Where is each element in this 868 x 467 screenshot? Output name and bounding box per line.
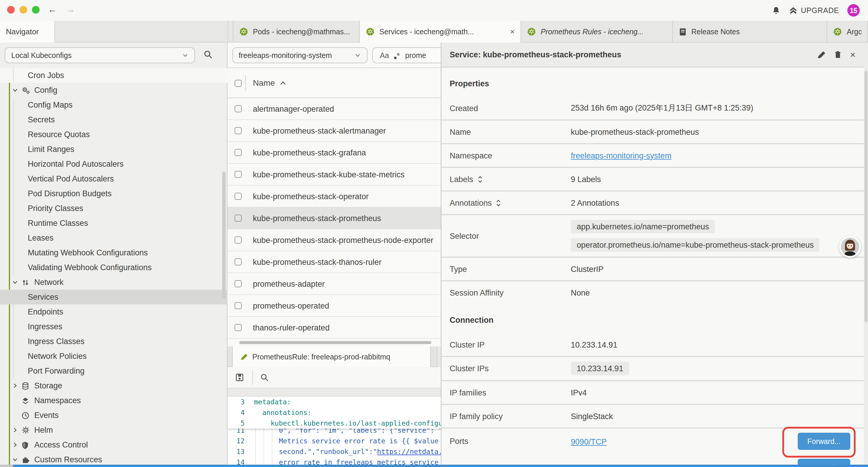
sidebar-item-cron-jobs[interactable]: Cron Jobs — [0, 68, 227, 83]
notification-badge[interactable]: 15 — [847, 4, 860, 17]
row-checkbox[interactable] — [235, 171, 242, 178]
service-name: thanos-ruler-operated — [253, 323, 330, 332]
row-checkbox[interactable] — [235, 149, 242, 156]
sidebar-scrollbar[interactable] — [222, 171, 226, 298]
sidebar-item-access-control[interactable]: Access Control — [0, 437, 227, 452]
kubeconfig-select[interactable]: Local Kubeconfigs — [5, 47, 195, 63]
window-zoom-button[interactable] — [32, 6, 39, 13]
tab-services-icecheng-math[interactable]: Services - icecheng@math...× — [360, 21, 521, 42]
window-minimize-button[interactable] — [20, 6, 27, 13]
sidebar-item-events[interactable]: Events — [0, 408, 227, 423]
namespace-select[interactable]: freeleaps-monitoring-system — [232, 47, 368, 63]
sidebar-item-horizontal-pod-autoscalers[interactable]: Horizontal Pod Autoscalers — [0, 157, 227, 171]
table-row-prometheus-adapter[interactable]: prometheus-adapter — [227, 273, 441, 295]
detail-scrollbar[interactable] — [864, 71, 867, 322]
name-column-header[interactable]: Name — [253, 78, 275, 87]
bell-icon[interactable] — [772, 6, 781, 15]
sidebar-item-mutating-webhook-configurations[interactable]: Mutating Webhook Configurations — [0, 245, 227, 260]
table-row-kube-prometheus-stack-operator[interactable]: kube-prometheus-stack-operator — [227, 185, 441, 207]
sidebar-item-pod-disruption-budgets[interactable]: Pod Disruption Budgets — [0, 186, 227, 201]
row-value: 9 Labels — [571, 175, 864, 183]
row-checkbox[interactable] — [235, 236, 242, 243]
sidebar-item-config-maps[interactable]: Config Maps — [0, 97, 227, 112]
table-row-kube-prometheus-stack-kube-state-metrics[interactable]: kube-prometheus-stack-kube-state-metrics — [227, 164, 441, 185]
expand-toggle-icon[interactable] — [495, 199, 502, 207]
row-checkbox[interactable] — [235, 302, 242, 309]
edit-icon[interactable] — [816, 50, 825, 59]
close-icon[interactable]: × — [850, 49, 856, 60]
editor-tab-next[interactable] — [437, 346, 441, 367]
chevron-right-icon[interactable] — [12, 382, 21, 389]
sidebar-item-secrets[interactable]: Secrets — [0, 112, 227, 127]
sidebar-item-config[interactable]: Config — [0, 83, 227, 97]
window-close-button[interactable] — [7, 6, 15, 13]
search-icon[interactable] — [203, 50, 213, 59]
editor-search-icon[interactable] — [260, 373, 269, 382]
table-row-kube-prometheus-stack-prometheus[interactable]: kube-prometheus-stack-prometheus — [227, 207, 441, 229]
sort-ascending-icon[interactable] — [279, 80, 286, 86]
port-link[interactable]: 9090/TCP — [571, 437, 607, 446]
sidebar-item-runtime-classes[interactable]: Runtime Classes — [0, 216, 227, 231]
tab-pods-icecheng-mathmas[interactable]: Pods - icecheng@mathmas... — [233, 21, 360, 42]
forward-button[interactable]: → — [66, 4, 75, 14]
row-label: Session Affinity — [450, 288, 504, 297]
expand-toggle-icon[interactable] — [477, 175, 483, 183]
sidebar-item-resource-quotas[interactable]: Resource Quotas — [0, 127, 227, 142]
services-table: alertmanager-operatedkube-prometheus-sta… — [227, 98, 441, 339]
sidebar-item-port-forwarding[interactable]: Port Forwarding — [0, 363, 227, 378]
sidebar-item-endpoints[interactable]: Endpoints — [0, 304, 227, 319]
table-row-kube-prometheus-stack-alertmanager[interactable]: kube-prometheus-stack-alertmanager — [227, 120, 441, 142]
yaml-editor[interactable]: 110", "for": "1m", "labels": {"service":… — [227, 397, 441, 465]
table-row-alertmanager-operated[interactable]: alertmanager-operated — [227, 98, 441, 120]
table-row-thanos-ruler-operated[interactable]: thanos-ruler-operated — [227, 317, 441, 339]
close-tab-icon[interactable]: × — [507, 27, 515, 36]
sidebar-item-priority-classes[interactable]: Priority Classes — [0, 201, 227, 216]
row-checkbox[interactable] — [235, 258, 242, 265]
delete-icon[interactable] — [833, 50, 842, 59]
user-avatar[interactable] — [839, 236, 861, 258]
chevron-down-icon[interactable] — [12, 87, 21, 93]
match-case-icon[interactable]: Aa — [380, 51, 389, 59]
chevron-down-icon[interactable] — [12, 456, 21, 463]
row-checkbox[interactable] — [235, 214, 242, 222]
save-icon[interactable] — [235, 373, 244, 382]
row-checkbox[interactable] — [235, 324, 242, 331]
sidebar-item-label: Validating Webhook Configurations — [28, 263, 152, 272]
sidebar-item-helm[interactable]: Helm — [0, 423, 227, 437]
sidebar-item-services[interactable]: Services — [0, 290, 227, 304]
row-checkbox[interactable] — [235, 127, 242, 134]
table-row-kube-prometheus-stack-grafana[interactable]: kube-prometheus-stack-grafana — [227, 142, 441, 164]
table-row-kube-prometheus-stack-prometheus-node-exporter[interactable]: kube-prometheus-stack-prometheus-node-ex… — [227, 229, 441, 251]
row-checkbox[interactable] — [235, 105, 242, 112]
upgrade-button[interactable]: UPGRADE — [789, 6, 839, 15]
back-button[interactable]: ← — [48, 4, 57, 14]
horizontal-scrollbar[interactable] — [239, 341, 431, 344]
chevron-right-icon[interactable] — [12, 442, 21, 448]
tab-release-notes[interactable]: Release Notes — [673, 21, 827, 42]
select-all-checkbox[interactable] — [235, 80, 242, 87]
table-row-prometheus-operated[interactable]: prometheus-operated — [227, 295, 441, 317]
sidebar-item-ingress-classes[interactable]: Ingress Classes — [0, 334, 227, 349]
namespace-link[interactable]: freeleaps-monitoring-system — [571, 151, 672, 160]
sidebar-item-vertical-pod-autoscalers[interactable]: Vertical Pod Autoscalers — [0, 171, 227, 186]
regex-icon[interactable]: * — [395, 52, 400, 59]
sidebar-item-namespaces[interactable]: Namespaces — [0, 393, 227, 408]
tab-navigator[interactable]: Navigator — [0, 21, 55, 42]
filter-input[interactable]: Aa * prome — [372, 47, 441, 63]
sidebar-item-limit-ranges[interactable]: Limit Ranges — [0, 142, 227, 157]
chevron-right-icon[interactable] — [12, 427, 21, 433]
tab-argo-se[interactable]: Argo Se — [827, 21, 868, 42]
sidebar-item-network-policies[interactable]: Network Policies — [0, 349, 227, 363]
sidebar-item-network[interactable]: Network — [0, 275, 227, 290]
sidebar-item-validating-webhook-configurations[interactable]: Validating Webhook Configurations — [0, 260, 227, 275]
row-checkbox[interactable] — [235, 193, 242, 200]
sidebar-item-custom-resources[interactable]: Custom Resources — [0, 452, 227, 465]
table-row-kube-prometheus-stack-thanos-ruler[interactable]: kube-prometheus-stack-thanos-ruler — [227, 251, 441, 273]
chevron-down-icon[interactable] — [12, 279, 21, 286]
sidebar-item-leases[interactable]: Leases — [0, 231, 227, 245]
row-checkbox[interactable] — [235, 280, 242, 287]
editor-tab-prometheusrule[interactable]: PrometheusRule: freeleaps-prod-rabbitmq — [232, 346, 431, 367]
sidebar-item-storage[interactable]: Storage — [0, 378, 227, 393]
sidebar-item-ingresses[interactable]: Ingresses — [0, 319, 227, 334]
tab-prometheus-rules-icecheng[interactable]: Prometheus Rules - icecheng... — [521, 21, 673, 42]
